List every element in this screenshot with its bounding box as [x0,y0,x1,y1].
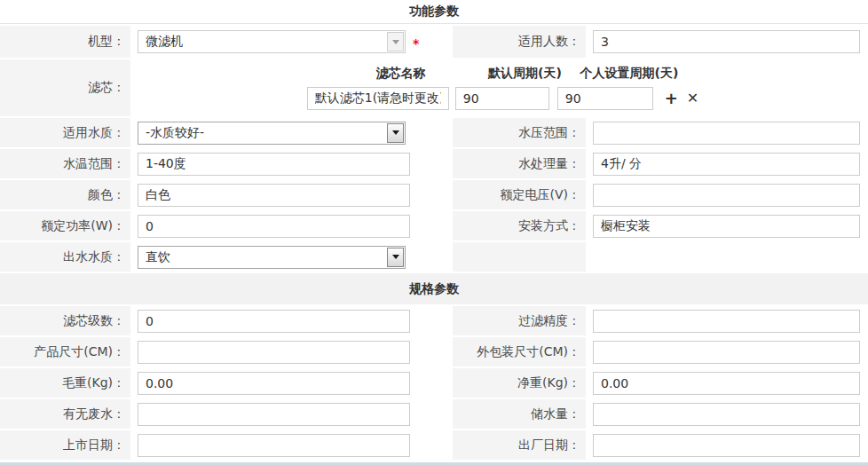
out-quality-select[interactable]: 直饮 [138,246,406,269]
field-row-stages: 滤芯级数： 过滤精度： [0,306,868,335]
model-select-value: 微滤机 [146,34,183,50]
pressure-range-label: 水压范围： [453,118,586,147]
color-input[interactable] [138,184,410,207]
product-size-input[interactable] [138,341,410,364]
field-row-launch-date: 上市日期： 出厂日期： [0,430,868,460]
net-weight-input[interactable] [593,372,860,395]
filter-inputs-row: + ✕ [307,87,699,110]
filter-value-cell: 滤芯名称 默认周期(天) 个人设置周期(天) + ✕ [133,59,868,116]
model-value-cell: 微滤机 * [133,26,450,58]
empty-value-cell [588,242,868,272]
gross-weight-label: 毛重(Kg)： [0,368,130,398]
voltage-label: 额定电压(V)： [453,180,586,209]
launch-date-input[interactable] [138,434,410,457]
out-quality-value-cell: 直饮 [133,242,450,272]
launch-date-label: 上市日期： [0,430,130,460]
gross-weight-value-cell [133,368,450,398]
field-row-power: 额定功率(W)： 安装方式： [0,211,868,240]
field-row-out-quality: 出水水质： 直饮 [0,242,868,272]
install-input[interactable] [593,215,860,238]
field-row-color: 颜色： 额定电压(V)： [0,180,868,209]
product-size-label: 产品尺寸(CM)： [0,337,130,366]
launch-date-value-cell [133,430,450,460]
field-row-water-quality: 适用水质： -水质较好- 水压范围： [0,118,868,147]
storage-value-cell [588,399,868,429]
filter-name-header: 滤芯名称 [330,66,472,82]
water-quality-select[interactable]: -水质较好- [138,122,406,145]
chevron-down-icon[interactable] [387,32,404,51]
water-quality-select-value: -水质较好- [146,125,204,141]
filter-subheaders: 滤芯名称 默认周期(天) 个人设置周期(天) [330,66,676,82]
power-input[interactable] [138,215,410,238]
wastewater-label: 有无废水： [0,399,130,429]
field-row-temp-range: 水温范围： 水处理量： [0,149,868,178]
field-row-product-size: 产品尺寸(CM)： 外包装尺寸(CM)： [0,337,868,366]
chevron-down-icon[interactable] [387,248,404,267]
net-weight-label: 净重(Kg)： [453,368,586,398]
field-row-filter: 滤芯： 滤芯名称 默认周期(天) 个人设置周期(天) + ✕ [0,59,868,116]
throughput-value-cell [588,149,868,178]
empty-label-cell [453,242,586,272]
factory-date-value-cell [588,430,868,460]
install-label: 安装方式： [453,211,586,240]
spec-params-header: 规格参数 [0,273,868,304]
power-value-cell [133,211,450,240]
stages-input[interactable] [138,310,410,333]
filter-personal-cycle-input[interactable] [557,87,653,110]
filter-label: 滤芯： [0,59,130,116]
model-select[interactable]: 微滤机 [138,30,406,53]
package-size-value-cell [588,337,868,366]
factory-date-input[interactable] [593,434,860,457]
throughput-label: 水处理量： [453,149,586,178]
temp-range-value-cell [133,149,450,178]
water-quality-value-cell: -水质较好- [133,118,450,147]
function-params-header: 功能参数 [0,0,868,24]
precision-value-cell [588,306,868,335]
add-filter-icon[interactable]: + [665,91,678,106]
stages-label: 滤芯级数： [0,306,130,335]
field-row-wastewater: 有无废水： 储水量： [0,399,868,429]
precision-label: 过滤精度： [453,306,586,335]
factory-date-label: 出厂日期： [453,430,586,460]
field-row-model: 机型： 微滤机 * 适用人数： [0,26,868,58]
voltage-value-cell [588,180,868,209]
chevron-down-icon[interactable] [387,123,404,143]
people-label: 适用人数： [453,26,586,58]
filter-default-cycle-header: 默认周期(天) [478,66,572,82]
storage-input[interactable] [593,403,860,426]
stages-value-cell [133,306,450,335]
people-input[interactable] [593,30,860,53]
temp-range-input[interactable] [138,153,410,176]
pressure-range-value-cell [588,118,868,147]
pressure-range-input[interactable] [593,122,860,145]
power-label: 额定功率(W)： [0,211,130,240]
color-value-cell [133,180,450,209]
people-value-cell [588,26,868,58]
color-label: 颜色： [0,180,130,209]
precision-input[interactable] [593,310,860,333]
out-quality-label: 出水水质： [0,242,130,272]
remove-filter-icon[interactable]: ✕ [687,91,698,106]
storage-label: 储水量： [453,399,586,429]
model-label: 机型： [0,26,130,58]
wastewater-value-cell [133,399,450,429]
package-size-label: 外包装尺寸(CM)： [453,337,586,366]
filter-personal-cycle-header: 个人设置周期(天) [580,66,676,82]
gross-weight-input[interactable] [138,372,410,395]
install-value-cell [588,211,868,240]
package-size-input[interactable] [593,341,860,364]
net-weight-value-cell [588,368,868,398]
out-quality-select-value: 直饮 [146,249,170,265]
temp-range-label: 水温范围： [0,149,130,178]
filter-name-input[interactable] [307,87,449,110]
wastewater-input[interactable] [138,403,410,426]
required-marker: * [413,36,419,51]
water-quality-label: 适用水质： [0,118,130,147]
product-size-value-cell [133,337,450,366]
product-parameters-form: 功能参数 机型： 微滤机 * 适用人数： 滤芯： 滤芯名称 默认周期(天) 个人… [0,0,868,465]
voltage-input[interactable] [593,184,860,207]
throughput-input[interactable] [593,153,860,176]
field-row-gross-weight: 毛重(Kg)： 净重(Kg)： [0,368,868,398]
filter-default-cycle-input[interactable] [455,87,549,110]
